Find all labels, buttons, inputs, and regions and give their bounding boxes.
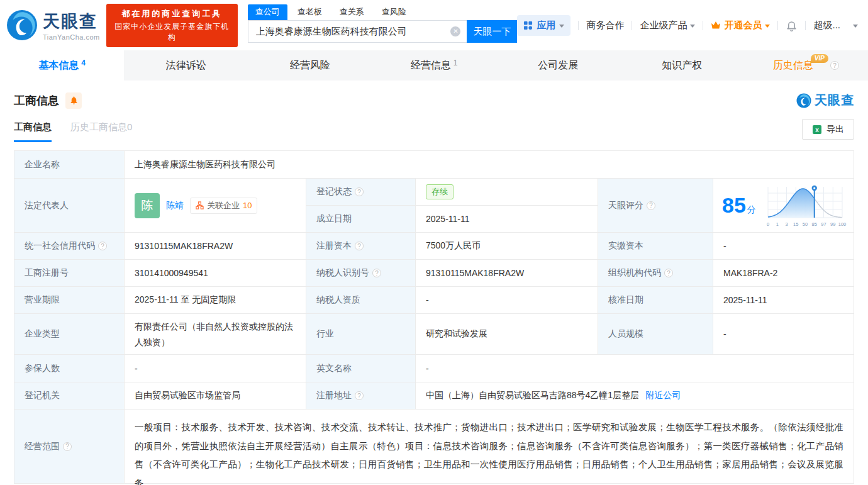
company-type-value: 有限责任公司（非自然人投资或控股的法人独资） [125,314,306,355]
logo-text: 天眼查 TianYanCha.com [43,10,100,41]
business-scope-label: 经营范围? [14,410,125,484]
svg-text:0: 0 [767,221,769,227]
tab-operation-info[interactable]: 经营信息 1 [372,50,496,81]
nav-cooperation[interactable]: 商务合作 [586,20,624,31]
english-name-label: 英文名称 [306,355,416,382]
logo-title: 天眼查 [43,10,100,33]
tab-basic-info[interactable]: 基本信息 4 [0,50,124,81]
search-button[interactable]: 天眼一下 [467,20,517,43]
nav-divider [578,21,579,30]
tab-count: 4 [81,59,86,67]
status-badge: 存续 [426,184,453,199]
subtab-history-business-info[interactable]: 历史工商信息0 [70,121,132,142]
promo-line1: 都在用的商业查询工具 [113,8,231,20]
notification-bell-icon[interactable] [786,20,798,31]
svg-text:x: x [815,126,819,133]
legal-rep-name-link[interactable]: 陈靖 [166,200,184,211]
tab-label: 历史信息 [773,59,813,72]
related-count: 10 [243,201,252,210]
reg-address-value: 中国（上海）自由贸易试验区马吉路88号4乙幢1层整层 附近公司 [416,382,854,410]
search-tab-relation[interactable]: 查关系 [332,4,372,20]
org-code-value: MAK18FRA-2 [713,260,854,287]
svg-text:1: 1 [776,221,779,227]
reg-capital-label: 注册资本? [306,233,416,260]
tab-operation-risk[interactable]: 经营风险 [248,50,372,81]
reg-status-value: 存续 [416,179,598,206]
help-icon[interactable]: ? [355,242,364,250]
tab-label: 经营风险 [290,59,330,72]
help-icon[interactable]: ? [355,187,364,196]
search-tab-risk[interactable]: 查风险 [374,4,414,20]
nearby-companies-link[interactable]: 附近公司 [645,390,681,401]
export-button[interactable]: x 导出 [802,119,854,140]
insured-count-label: 参保人数 [14,355,125,382]
legal-rep-value: 陈 陈靖 关联企业 10 [125,179,306,233]
chevron-down-icon [690,25,695,28]
section-header: 工商信息 天眼查 [0,81,868,109]
tab-intellectual-property[interactable]: 知识产权 [620,50,744,81]
tab-label: 经营信息 [411,59,451,72]
subtab-row: 工商信息 历史工商信息0 x 导出 [0,109,868,142]
search-input-wrap: ✕ [248,20,467,43]
search-row: ✕ 天眼一下 [248,20,518,43]
promo-line2: 国家中小企业发展子基金旗下机构 [113,21,231,43]
monitor-bell-icon[interactable] [65,92,82,109]
related-companies-badge[interactable]: 关联企业 10 [190,198,257,214]
super-vip-label: 超级... [813,20,840,31]
section-title: 工商信息 [14,93,59,108]
search-tab-boss[interactable]: 查老板 [290,4,330,20]
chevron-down-icon [765,25,770,28]
reg-address-label: 注册地址? [306,382,416,410]
search-tab-company[interactable]: 查公司 [248,4,287,20]
tab-company-development[interactable]: 公司发展 [496,50,620,81]
score-value-cell: 85 分 0131550859799100 [713,179,854,233]
paid-capital-value: - [713,233,854,260]
chevron-down-icon [559,25,564,28]
taxpayer-id-label: 纳税人识别号? [306,260,416,287]
crown-icon [711,21,721,30]
paid-capital-label: 实缴资本 [598,233,713,260]
nav-open-vip[interactable]: 开通会员 [711,20,770,31]
logo-domain: TianYanCha.com [43,33,100,41]
apps-menu[interactable]: 应用 [517,15,570,36]
org-structure-icon [196,201,204,209]
tab-history-info[interactable]: 历史信息 VIP ? [744,50,868,81]
tianyancha-watermark-icon [796,93,811,108]
help-icon[interactable]: ? [647,201,655,210]
help-icon[interactable]: ? [98,242,107,250]
related-label: 关联企业 [207,200,240,211]
nav-super-vip[interactable]: 超级... [813,20,840,31]
help-icon[interactable]: ? [372,269,381,277]
score-number: 85 分 [722,193,756,218]
legal-rep-avatar[interactable]: 陈 [135,193,160,218]
search-tabs: 查公司 查老板 查关系 查风险 [248,5,518,20]
apps-grid-icon [523,21,533,30]
tianyancha-logo-icon [6,9,38,41]
reg-authority-value: 自由贸易试验区市场监管局 [125,382,306,410]
export-label: 导出 [826,124,844,135]
tab-legal-proceedings[interactable]: 法律诉讼 [124,50,248,81]
help-icon[interactable]: ? [355,391,364,400]
nav-enterprise-products[interactable]: 企业级产品 [640,20,695,31]
help-icon[interactable]: ? [830,61,839,70]
est-date-value: 2025-11-11 [416,206,598,233]
nav-divider [805,21,806,30]
enterprise-products-label: 企业级产品 [640,20,687,31]
search-box: 查公司 查老板 查关系 查风险 ✕ 天眼一下 [248,5,518,43]
subtab-business-info[interactable]: 工商信息 [14,121,52,142]
promo-badge: 都在用的商业查询工具 国家中小企业发展子基金旗下机构 [106,4,238,47]
account-chevron-down-icon[interactable] [853,25,858,28]
tab-label: 法律诉讼 [166,59,206,72]
help-icon[interactable]: ? [664,269,673,277]
taxpayer-id-value: 91310115MAK18FRA2W [416,260,598,287]
company-section-tabs: 基本信息 4 法律诉讼 经营风险 经营信息 1 公司发展 知识产权 历史信息 V… [0,50,868,81]
reg-number-label: 工商注册号 [14,260,125,287]
company-type-label: 企业类型 [14,314,125,355]
tianyancha-logo[interactable]: 天眼查 TianYanCha.com [6,9,100,41]
credit-code-label: 统一社会信用代码? [14,233,125,260]
score-label: 天眼评分? [598,179,713,233]
svg-text:100: 100 [838,221,847,227]
svg-text:15: 15 [793,221,798,227]
search-input[interactable] [248,20,467,43]
help-icon[interactable]: ? [63,442,72,451]
